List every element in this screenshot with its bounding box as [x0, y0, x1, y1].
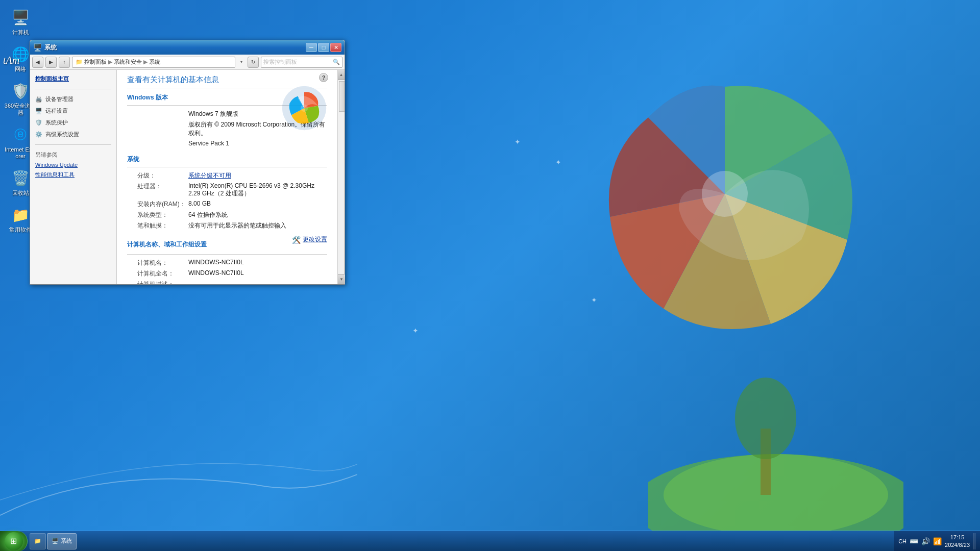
tray-clock[interactable]: 17:15 2024/8/23 — [945, 534, 970, 548]
processor-row: 处理器： Intel(R) Xeon(R) CPU E5-2696 v3 @ 2… — [127, 182, 327, 198]
start-orb[interactable] — [5, 532, 23, 550]
system-type-row: 系统类型： 64 位操作系统 — [127, 211, 327, 219]
window-icon: 🖥️ — [33, 43, 41, 52]
sidebar-item-protection[interactable]: 🛡️ 系统保护 — [30, 117, 116, 129]
desktop-curve — [0, 423, 357, 525]
pen-touch-row: 笔和触摸： 没有可用于此显示器的笔或触控输入 — [127, 221, 327, 230]
taskbar-items: 📁 🖥️ 系统 — [28, 533, 894, 549]
svg-point-6 — [301, 105, 308, 112]
remote-icon: 🖥️ — [35, 108, 42, 115]
tray-volume-icon: 📶 — [933, 537, 942, 545]
system-header: 系统 — [127, 155, 327, 164]
desktop-folder-text: tAm — [3, 55, 19, 66]
ram-row: 安装内存(RAM)： 8.00 GB — [127, 200, 327, 209]
rating-row: 分级： 系统分级不可用 — [127, 171, 327, 180]
computer-fullname-value: WINDOWS-NC7II0L — [188, 269, 327, 277]
up-button[interactable]: ↑ — [59, 57, 70, 68]
computer-name-header: 计算机名称、域和工作组设置 — [127, 240, 292, 249]
also-see-label: 另请参阅 — [30, 149, 116, 161]
window-title: 系统 — [44, 43, 306, 52]
maximize-button[interactable]: □ — [318, 43, 329, 52]
search-box[interactable]: 搜索控制面板 🔍 — [261, 57, 342, 68]
window-titlebar: 🖥️ 系统 ─ □ ✕ — [30, 40, 345, 55]
sparkle-4: ✦ — [412, 327, 419, 335]
ram-value: 8.00 GB — [188, 200, 327, 207]
scroll-thumb[interactable] — [339, 81, 345, 112]
sidebar-item-device-manager[interactable]: 🖨️ 设备管理器 — [30, 93, 116, 105]
processor-value: Intel(R) Xeon(R) CPU E5-2696 v3 @ 2.30GH… — [188, 182, 327, 198]
start-button[interactable] — [0, 531, 28, 552]
main-content: ? — [117, 70, 337, 284]
windows-update-link[interactable]: Windows Update — [30, 161, 116, 170]
taskbar-explorer[interactable]: 📁 — [30, 533, 46, 549]
address-bar: ◀ ▶ ↑ 📁 控制面板 ▶ 系统和安全 ▶ 系统 ▾ ↻ 搜索控制面板 🔍 — [30, 55, 345, 70]
address-path[interactable]: 📁 控制面板 ▶ 系统和安全 ▶ 系统 — [72, 57, 235, 68]
sidebar-item-advanced[interactable]: ⚙️ 高级系统设置 — [30, 129, 116, 140]
forward-button[interactable]: ▶ — [45, 57, 57, 68]
desktop-wallpaper-logo — [572, 41, 878, 347]
help-button[interactable]: ? — [319, 73, 328, 82]
scrollbar[interactable]: ▲ ▼ — [337, 70, 345, 284]
system-divider — [127, 167, 327, 167]
taskbar-tray: CH ⌨️ 🔊 📶 17:15 2024/8/23 — [894, 531, 980, 551]
system-window: 🖥️ 系统 ─ □ ✕ ◀ ▶ ↑ 📁 控制面板 ▶ 系统和安全 ▶ 系统 ▾ … — [30, 40, 345, 285]
sparkle-2: ✦ — [514, 138, 521, 146]
sidebar-home-link[interactable]: 控制面板主页 — [30, 74, 116, 85]
change-settings-link[interactable]: 🛠️ 更改设置 — [292, 235, 327, 244]
sparkle-3: ✦ — [591, 296, 597, 304]
taskbar-system[interactable]: 🖥️ 系统 — [47, 533, 77, 549]
sidebar-item-remote[interactable]: 🖥️ 远程设置 — [30, 105, 116, 117]
tray-show-desktop[interactable] — [973, 533, 976, 549]
desktop: ✦ ✦ ✦ ✦ 🖥️ 计算机 🌐 网络 🛡️ 360安全浏览器 ⓔ Intern… — [0, 0, 980, 551]
tray-lang[interactable]: CH — [898, 538, 906, 544]
change-settings-icon: 🛠️ — [292, 236, 301, 244]
sidebar: 控制面板主页 🖨️ 设备管理器 🖥️ 远程设置 🛡️ 系统保护 ⚙️ 高级系统设… — [30, 70, 117, 284]
path-item-2[interactable]: 系统和安全 — [114, 58, 142, 66]
system-type-value: 64 位操作系统 — [188, 211, 327, 219]
close-button[interactable]: ✕ — [330, 43, 341, 52]
windows-logo — [281, 85, 327, 131]
scroll-up[interactable]: ▲ — [338, 70, 345, 80]
path-item-1[interactable]: 📁 控制面板 — [76, 58, 107, 66]
service-pack-row: Service Pack 1 — [127, 140, 327, 147]
desktop-scenery — [648, 327, 903, 531]
window-body: 控制面板主页 🖨️ 设备管理器 🖥️ 远程设置 🛡️ 系统保护 ⚙️ 高级系统设… — [30, 70, 345, 284]
service-pack: Service Pack 1 — [188, 140, 327, 147]
back-button[interactable]: ◀ — [32, 57, 43, 68]
computer-name-divider — [127, 254, 327, 255]
refresh-button[interactable]: ↻ — [248, 57, 259, 68]
desktop-icon-computer[interactable]: 🖥️ 计算机 — [2, 5, 39, 38]
sparkle-1: ✦ — [555, 158, 561, 166]
performance-link[interactable]: 性能信息和工具 — [30, 170, 116, 181]
path-item-3[interactable]: 系统 — [149, 58, 160, 66]
computer-name-value: WINDOWS-NC7II0L — [188, 259, 327, 266]
window-controls: ─ □ ✕ — [306, 43, 341, 52]
computer-fullname-row: 计算机全名： WINDOWS-NC7II0L — [127, 269, 327, 278]
svg-point-4 — [735, 378, 796, 459]
rating-value[interactable]: 系统分级不可用 — [188, 171, 327, 180]
pen-touch-value: 没有可用于此显示器的笔或触控输入 — [188, 221, 327, 230]
taskbar: 📁 🖥️ 系统 CH ⌨️ 🔊 📶 17:15 2024/8/23 — [0, 531, 980, 551]
device-manager-icon: 🖨️ — [35, 96, 42, 103]
scroll-down[interactable]: ▼ — [338, 274, 345, 284]
tray-network-icon: 🔊 — [921, 537, 930, 545]
path-dropdown[interactable]: ▾ — [237, 57, 246, 68]
protection-icon: 🛡️ — [35, 119, 42, 127]
computer-name-row: 计算机名： WINDOWS-NC7II0L — [127, 259, 327, 267]
tray-keyboard-icon: ⌨️ — [910, 537, 918, 545]
minimize-button[interactable]: ─ — [306, 43, 317, 52]
computer-desc-row: 计算机描述： — [127, 280, 327, 284]
advanced-icon: ⚙️ — [35, 131, 42, 138]
